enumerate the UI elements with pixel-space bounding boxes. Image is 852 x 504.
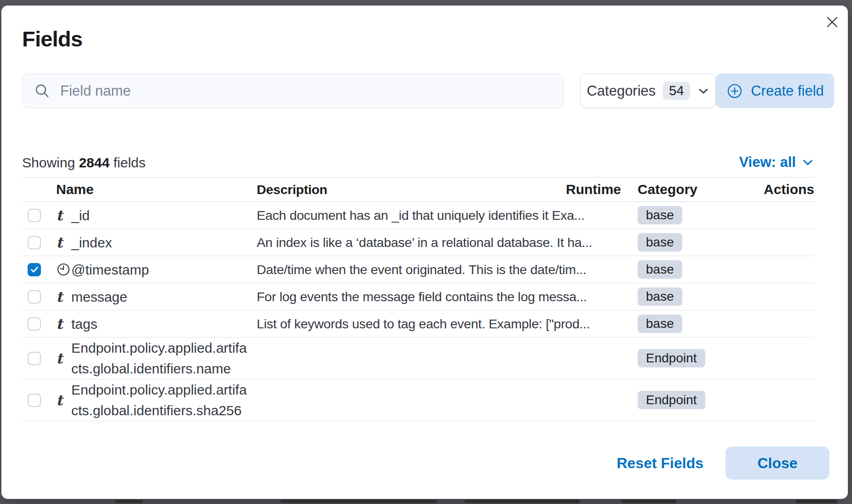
category-badge: base [638,206,682,224]
column-header-runtime: Runtime [566,182,608,197]
field-name: message [71,286,257,307]
field-name: _index [71,232,257,253]
view-filter-dropdown[interactable]: View: all [739,154,815,171]
table-row: t Endpoint.policy.applied.artifacts.glob… [22,379,814,421]
field-description: Each document has an _id that uniquely i… [257,208,608,223]
chevron-down-icon [697,85,709,97]
text-type-icon: t [56,317,63,331]
close-button[interactable]: Close [725,447,829,480]
row-checkbox[interactable] [28,209,41,222]
create-field-button[interactable]: Create field [716,74,834,108]
obscured-background-content [281,500,437,503]
field-description: Date/time when the event originated. Thi… [257,262,608,277]
category-badge: base [638,260,682,279]
category-badge: Endpoint [638,349,705,367]
field-description: An index is like a ‘database’ in a relat… [257,235,608,250]
category-badge: base [638,233,682,252]
categories-dropdown[interactable]: Categories 54 [580,74,716,108]
toolbar: Categories 54 Create field [22,74,834,108]
row-checkbox[interactable] [28,317,41,331]
field-name: tags [71,314,257,334]
field-name: Endpoint.policy.applied.artifacts.global… [71,338,257,379]
row-checkbox[interactable] [28,290,41,304]
text-type-icon: t [56,393,63,407]
table-header-row: Name Description Runtime Category Action… [22,177,814,202]
row-checkbox[interactable] [28,236,41,249]
field-name: Endpoint.policy.applied.artifacts.global… [71,379,257,421]
obscured-background-content [621,500,676,503]
column-header-name: Name [56,182,257,197]
search-icon [34,82,51,100]
obscured-background-content [796,500,837,503]
obscured-background-content [115,500,143,503]
view-filter-label: View: all [739,154,796,171]
row-checkbox[interactable] [28,352,41,365]
fields-count: 2844 [79,155,109,170]
text-type-icon: t [56,290,63,304]
field-description: For log events the message field contain… [257,289,608,304]
obscured-background-content [465,500,580,503]
category-badge: base [638,315,682,333]
reset-fields-button[interactable]: Reset Fields [616,455,703,472]
create-field-label: Create field [751,83,824,99]
text-type-icon: t [56,351,63,366]
row-checkbox[interactable] [28,394,41,407]
text-type-icon: t [56,235,63,250]
chevron-down-icon [801,156,814,169]
categories-label: Categories [587,83,656,99]
text-type-icon: t [56,208,63,223]
table-row: t _index An index is like a ‘database’ i… [22,229,814,256]
table-row: t message For log events the message fie… [22,283,814,310]
column-header-actions: Actions [754,182,814,197]
field-name: @timestamp [71,259,257,280]
fields-table: Name Description Runtime Category Action… [22,177,814,421]
column-header-description: Description [257,182,566,197]
table-row: t tags List of keywords used to tag each… [22,310,814,338]
category-badge: base [638,287,682,306]
table-row: t Endpoint.policy.applied.artifacts.glob… [22,338,814,379]
checkmark-icon [29,264,40,275]
column-header-category: Category [608,182,754,197]
search-input[interactable] [59,82,563,100]
showing-count-text: Showing 2844 fields [22,155,146,171]
field-search [22,74,564,108]
field-description: List of keywords used to tag each event.… [257,316,608,332]
table-row: t _id Each document has an _id that uniq… [22,202,814,229]
table-row: t @timestamp Date/time when the event or… [22,256,814,283]
categories-count-badge: 54 [663,82,690,100]
plus-in-circle-icon [726,82,743,100]
clock-icon [56,262,71,277]
field-name: _id [71,205,257,226]
row-checkbox[interactable] [28,263,41,276]
fields-dialog: Fields Categories 54 [1,6,848,499]
dialog-footer: Reset Fields Close [1,447,848,499]
page-title: Fields [22,27,848,52]
category-badge: Endpoint [638,391,705,409]
